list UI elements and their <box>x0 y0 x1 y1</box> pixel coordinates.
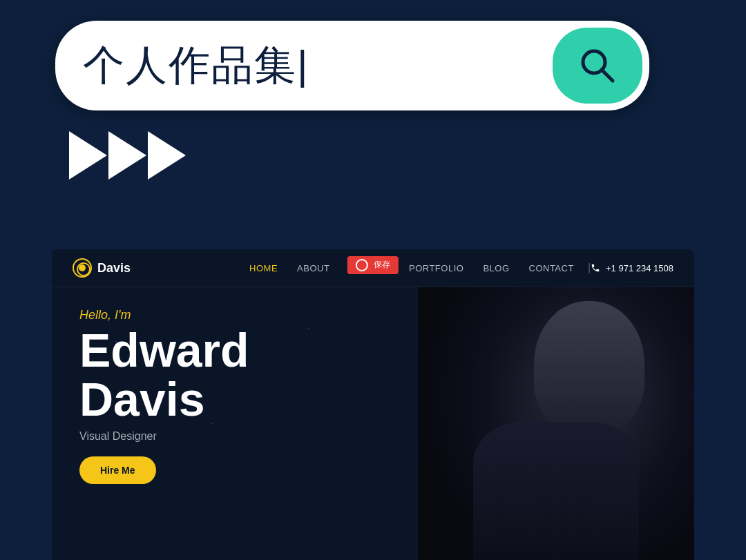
nav-home[interactable]: HOME <box>249 263 278 273</box>
nav-blog[interactable]: BLOG <box>483 263 509 273</box>
save-badge: 保存 <box>347 256 399 274</box>
hello-text: Hello, I'm <box>79 308 397 322</box>
hero-section: Hello, I'm Edward Davis Visual Designer … <box>52 287 694 560</box>
phone-number: +1 971 234 1508 <box>606 263 673 273</box>
hero-right <box>418 287 694 560</box>
arrow-3 <box>148 131 186 180</box>
portfolio-preview: Davis HOME ABOUT RESUME PORTFOLIO BLOG C… <box>52 249 694 560</box>
hero-title: Visual Designer <box>79 430 397 443</box>
search-input[interactable]: 个人作品集| <box>83 38 553 94</box>
name-line2: Davis <box>79 375 397 424</box>
logo-icon <box>73 258 92 278</box>
search-button[interactable] <box>553 28 642 104</box>
arrow-2 <box>108 131 146 180</box>
logo-inner-dot <box>79 264 86 271</box>
hero-name: Edward Davis <box>79 326 397 425</box>
nav-about[interactable]: ABOUT <box>297 263 329 273</box>
nav-contact[interactable]: CONTACT <box>529 263 574 273</box>
head-shape <box>534 301 644 432</box>
play-arrows <box>69 131 186 180</box>
hero-left: Hello, I'm Edward Davis Visual Designer … <box>52 287 418 560</box>
nav-portfolio[interactable]: PORTFOLIO <box>409 263 463 273</box>
person-photo <box>418 287 694 560</box>
search-bar: 个人作品集| <box>55 21 649 110</box>
nav-links: HOME ABOUT RESUME PORTFOLIO BLOG CONTACT <box>249 263 574 273</box>
top-section: 个人作品集| <box>0 0 746 200</box>
name-line1: Edward <box>79 326 397 375</box>
photo-bg <box>418 287 694 560</box>
svg-line-1 <box>602 70 613 81</box>
nav-phone: +1 971 234 1508 <box>591 263 673 273</box>
arrow-1 <box>69 131 107 180</box>
hire-me-button[interactable]: Hire Me <box>79 456 156 484</box>
phone-icon <box>591 263 600 273</box>
body-shape <box>473 422 639 560</box>
logo: Davis <box>73 258 131 278</box>
logo-text: Davis <box>97 261 131 276</box>
